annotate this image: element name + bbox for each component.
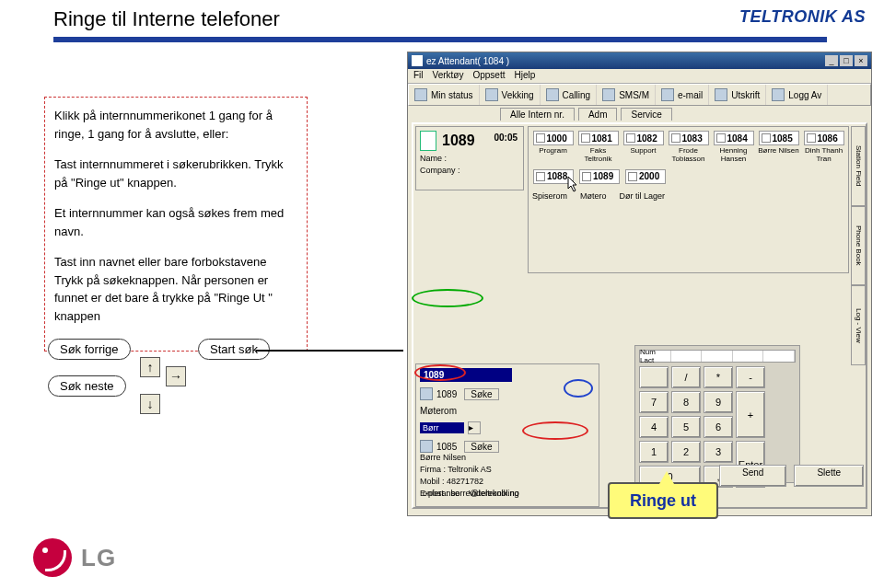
- soke-button[interactable]: Søke: [464, 441, 498, 453]
- keypad: Num Lact / * - 7 8 9 + 4 5 6: [634, 345, 800, 483]
- toolbar-calling[interactable]: Calling: [541, 85, 598, 105]
- ext-name: Program: [539, 147, 567, 156]
- toolbar-sms[interactable]: SMS/M: [597, 85, 656, 105]
- app-window: ez Attendant( 1084 ) _ □ × Fil Verktøy O…: [407, 52, 872, 516]
- extension-item[interactable]: 1000Program: [532, 131, 574, 164]
- status-dot-icon: [762, 133, 771, 143]
- status-dot-icon: [671, 133, 680, 143]
- tab-service[interactable]: Service: [621, 108, 671, 121]
- status-dot-icon: [716, 133, 726, 143]
- menu-verktoy[interactable]: Verktøy: [433, 70, 464, 82]
- name-label: Name: [420, 154, 442, 163]
- send-button[interactable]: Send: [719, 465, 786, 487]
- extension-item[interactable]: 1083Frode Tobiasson: [668, 131, 709, 164]
- key-9[interactable]: 9: [704, 391, 733, 413]
- status-dot-icon: [582, 172, 591, 181]
- extension-item[interactable]: 1082Support: [622, 131, 664, 164]
- key-minus[interactable]: -: [736, 366, 765, 388]
- brand-suffix: AS: [842, 7, 866, 26]
- ext-number: 1000: [547, 133, 567, 144]
- room-dor-lager[interactable]: Dør til Lager: [620, 191, 666, 201]
- display-cell: [671, 351, 703, 362]
- ext-name: Support: [630, 147, 656, 156]
- key-plus[interactable]: +: [736, 391, 765, 438]
- arrow-down-button[interactable]: ↓: [140, 394, 160, 414]
- brand-logo: TELTRONIK AS: [739, 7, 866, 27]
- menu-fil[interactable]: Fil: [413, 70, 424, 82]
- key-5[interactable]: 5: [671, 416, 701, 438]
- side-tab-phonebook[interactable]: Phone Book: [851, 206, 866, 286]
- toolbar-vekking[interactable]: Vekking: [480, 85, 541, 105]
- toolbar-email[interactable]: e-mail: [656, 85, 709, 105]
- keypad-display: Num Lact: [639, 350, 796, 363]
- toolbar-loggav[interactable]: Logg Av: [766, 85, 828, 105]
- arrow-up-button[interactable]: ↑: [140, 357, 160, 377]
- status-icon: [414, 88, 427, 101]
- menu-oppsett[interactable]: Oppsett: [472, 70, 505, 82]
- toolbar: Min status Vekking Calling SMS/M e-mail …: [408, 84, 871, 106]
- ext-number: 1083: [682, 133, 703, 144]
- extension-item[interactable]: 2000: [624, 169, 667, 186]
- brand-name: TELTRONIK: [739, 7, 837, 26]
- app-inner: 1089 00:05 Name : Company : 1000Program1…: [412, 122, 867, 509]
- callout-line: [256, 350, 403, 352]
- key-6[interactable]: 6: [704, 416, 733, 438]
- search-go-icon[interactable]: ▸: [468, 421, 481, 434]
- status-dot-icon: [536, 133, 545, 143]
- menu-hjelp[interactable]: Hjelp: [515, 70, 536, 82]
- room-spiserom[interactable]: Spiserom: [532, 191, 567, 201]
- toolbar-min-status[interactable]: Min status: [409, 85, 480, 105]
- soke-button[interactable]: Søke: [464, 388, 498, 400]
- extension-item[interactable]: 1081Faks Teltronik: [577, 131, 619, 164]
- key-7[interactable]: 7: [639, 391, 669, 413]
- key-1[interactable]: 1: [639, 441, 669, 463]
- extension-item[interactable]: 1085Børre Nilsen: [758, 131, 799, 164]
- key-4[interactable]: 4: [639, 416, 669, 438]
- page-title: Ringe til Interne telefoner: [53, 7, 280, 31]
- bottom-konferanse[interactable]: onferanse: [423, 489, 459, 503]
- mobil-value: 48271782: [447, 477, 483, 486]
- search-input[interactable]: 1089: [420, 368, 512, 382]
- key-multiply[interactable]: *: [704, 366, 733, 388]
- instruction-p1: Klikk på internnummerikonet 1 gang for å…: [54, 107, 297, 143]
- result2-name: Børre Nilsen: [420, 453, 466, 462]
- bottom-viderekobling[interactable]: Viderekobling: [469, 489, 518, 503]
- side-tabs: Station Field Phone Book Log - View: [851, 126, 866, 365]
- room-moterom[interactable]: Møtero: [580, 191, 607, 201]
- tab-adm[interactable]: Adm: [578, 108, 618, 121]
- extensions-panel: 1000Program1081Faks Teltronik1082Support…: [528, 126, 849, 273]
- search-panel: 1089 1089 Søke Møterom Børr ▸ 1085 Søke …: [415, 363, 599, 507]
- key-blank[interactable]: [639, 366, 669, 388]
- window-maximize-button[interactable]: □: [840, 55, 853, 66]
- extension-item[interactable]: 1089: [578, 169, 621, 186]
- search-input-name[interactable]: Børr: [420, 422, 464, 433]
- window-close-button[interactable]: ×: [855, 55, 867, 66]
- extension-item[interactable]: 1084Henning Hansen: [713, 131, 754, 164]
- tab-alle-intern[interactable]: Alle Intern nr.: [500, 108, 575, 121]
- company-label: Company: [420, 166, 456, 175]
- key-3[interactable]: 3: [704, 441, 733, 463]
- lg-logo: LG: [33, 538, 116, 577]
- key-divide[interactable]: /: [671, 366, 701, 388]
- display-cell: [733, 351, 764, 362]
- arrow-right-button[interactable]: →: [166, 366, 186, 386]
- ext-name: Henning Hansen: [713, 147, 754, 164]
- app-tabs: Alle Intern nr. Adm Service: [500, 108, 867, 121]
- ext-name: Faks Teltronik: [577, 147, 619, 164]
- ext-number: 2000: [639, 171, 659, 181]
- result-name: Møterom: [420, 406, 457, 416]
- active-call-panel: 1089 00:05 Name : Company :: [415, 126, 524, 190]
- instruction-p2: Tast internnummeret i søkerubrikken. Try…: [54, 156, 297, 191]
- side-tab-log[interactable]: Log - View: [851, 285, 866, 365]
- window-minimize-button[interactable]: _: [825, 55, 838, 66]
- slette-button[interactable]: Slette: [794, 465, 864, 487]
- display-cell: [702, 351, 733, 362]
- mobil-label: Mobil: [420, 477, 440, 486]
- key-2[interactable]: 2: [671, 441, 701, 463]
- side-tab-station[interactable]: Station Field: [851, 126, 866, 206]
- key-8[interactable]: 8: [671, 391, 701, 413]
- window-titlebar: ez Attendant( 1084 ) _ □ ×: [408, 52, 871, 69]
- extension-item[interactable]: 1086Dinh Thanh Tran: [803, 131, 844, 164]
- cursor-icon: [565, 176, 580, 194]
- toolbar-utskrift[interactable]: Utskrift: [709, 85, 766, 105]
